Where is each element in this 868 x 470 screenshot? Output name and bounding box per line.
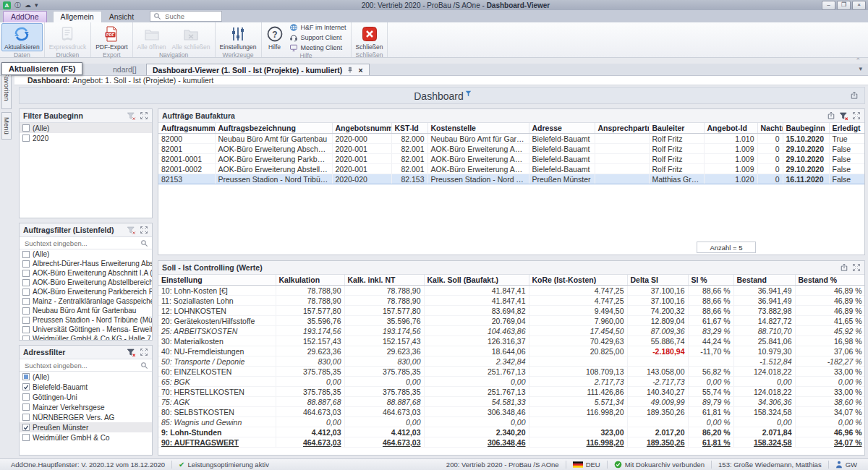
clear-filter-icon[interactable] (127, 226, 136, 235)
table-row[interactable]: 10: Lohn-Kosten [€]78.788,9078.788,9041.… (158, 286, 865, 296)
close-window-button[interactable]: × (852, 1, 866, 10)
column-header-delta_si[interactable]: Delta SI (627, 275, 688, 286)
filter-list-item[interactable]: Preussen Stadion - Nord Tribüne (Münster… (20, 315, 152, 325)
column-header-nachtr[interactable]: Nachtr... (757, 123, 783, 134)
ribbon-search-input[interactable] (163, 12, 218, 21)
checkbox-unchecked[interactable] (22, 260, 30, 268)
checkbox-unchecked[interactable] (22, 434, 30, 441)
aktualisieren-button[interactable]: Aktualisieren (1, 23, 43, 51)
filter-list-item[interactable]: (Alle) (20, 123, 152, 133)
filter-list-item[interactable]: Bielefeld-Bauamt (20, 382, 152, 392)
ribbon-search[interactable] (150, 11, 222, 22)
table-row[interactable]: 82001-0001AOK-Büro Erweiterung Parkberei… (158, 154, 865, 164)
export-icon[interactable] (840, 263, 848, 272)
filter-list-item[interactable]: NÜRNBERGER Vers. AG (20, 412, 152, 422)
filter-list-item[interactable]: Universität Göttingen - Mensa- Erweiteru… (20, 325, 152, 334)
ribbon-tab-addone[interactable]: AddOne (3, 11, 47, 22)
column-header-kalk_soll[interactable]: Kalk. Soll (Baufakt.) (424, 275, 529, 286)
expand-icon[interactable] (852, 263, 861, 272)
table-row[interactable]: 82000Neubau Büro Amt für Gartenbau2020-0… (158, 134, 865, 144)
table-row[interactable]: 82001AOK-Büro Erweiterung Abschnitt I.A … (158, 144, 865, 154)
table-row[interactable]: 11: Soziallasten Lohn78.788,9078.788,904… (158, 296, 865, 306)
auftragsfilter-search-input[interactable] (23, 239, 138, 248)
ribbon-tab-ansicht[interactable]: Ansicht (102, 12, 141, 22)
filter-funnel-icon[interactable] (465, 90, 472, 97)
checkbox-unchecked[interactable] (22, 393, 30, 401)
column-header-bestand_pct[interactable]: Bestand % (795, 275, 865, 286)
expand-icon[interactable] (140, 348, 148, 356)
checkbox-unchecked[interactable] (22, 336, 30, 341)
schliessen-button[interactable]: Schließen (353, 23, 386, 51)
column-header-kalkulation[interactable]: Kalkulation (276, 275, 344, 286)
checkbox-unchecked[interactable] (22, 414, 30, 421)
filter-list-item[interactable]: Weidmüller GmbH & Co KG - Halle 7 (20, 334, 152, 341)
table-row[interactable]: 90: AUFTRAGSWERT464.673,03464.673,03306.… (158, 437, 865, 448)
column-header-baubeginn[interactable]: Baubeginn (783, 123, 829, 134)
filter-list-item[interactable]: Albrecht-Dürer-Haus Erweiterung Abschnit… (20, 259, 152, 268)
column-header-bestand[interactable]: Bestand (733, 275, 795, 286)
column-header-si_pct[interactable]: SI % (688, 275, 733, 286)
ribbon-tab-allgemein[interactable]: Allgemein (53, 11, 102, 22)
filter-list-item[interactable]: AOK-Büro Erweiterung Abstellbereich (E-B… (20, 278, 152, 287)
column-header-kore[interactable]: KoRe (Ist-Kosten) (529, 275, 627, 286)
restore-button[interactable]: ❐ (837, 1, 851, 10)
filter-list-item[interactable]: AOK-Büro Erweiterung Abschnitt I.A (Biel… (20, 268, 152, 278)
export-icon[interactable] (850, 91, 859, 100)
filter-list-item[interactable]: Preußen Münster (20, 422, 152, 432)
background-tab-fragment[interactable]: ndard[] (113, 65, 137, 74)
clear-filter-icon[interactable] (127, 111, 136, 121)
table-row[interactable]: 85: Wagnis und Gewinn0,000,000,000,00 %0… (158, 417, 865, 427)
table-row[interactable]: 60: EINZELKOSTEN375.785,35375.785,35251.… (158, 367, 865, 377)
checkbox-unchecked[interactable] (22, 124, 30, 132)
column-header-angebot_id[interactable]: Angebot-Id (704, 123, 757, 134)
filter-list-item[interactable]: Neubau Büro Amt für Gartenbau (20, 306, 152, 315)
table-row[interactable]: 20: Gerätekosten/Hilfsstoffe35.596,7635.… (158, 316, 865, 326)
sidebar-tab-menue[interactable]: Menü (1, 112, 12, 140)
column-header-kalk_inkl_nt[interactable]: Kalk. inkl. NT (344, 275, 424, 286)
table-row[interactable]: 50: Transporte / Deponie830,00830,002.34… (158, 356, 865, 367)
checkbox-unchecked[interactable] (22, 317, 30, 324)
checkbox-unchecked[interactable] (22, 403, 30, 411)
column-header-erledigt[interactable]: Erledigt (829, 123, 865, 134)
filter-list-item[interactable]: (Alle) (20, 249, 152, 259)
export-icon[interactable] (827, 111, 835, 120)
filter-list-item[interactable]: Göttingen-Uni (20, 392, 152, 402)
table-row[interactable]: 30: Materialkosten152.157,43152.157,4312… (158, 336, 865, 346)
column-header-bauleiter[interactable]: Bauleiter (649, 123, 704, 134)
help-icon[interactable]: ⓘ (14, 1, 21, 9)
column-header-kostenstelle[interactable]: Kostenstelle (427, 123, 529, 134)
hilfe-button[interactable]: ? Hilfe (263, 23, 286, 52)
expand-icon[interactable] (852, 111, 861, 120)
table-row[interactable]: 75: AGK88.887,6888.887,6854.581,335.571,… (158, 397, 865, 407)
tab-dashboard-viewer[interactable]: Dashboard-Viewer (1. Soll - Ist (Projekt… (146, 64, 370, 75)
checkbox-checked[interactable] (22, 383, 30, 390)
checkbox-unchecked[interactable] (22, 307, 30, 315)
hf-im-internet-link[interactable]: H&F im Internet (289, 23, 346, 32)
table-row[interactable]: 40: NU-Fremdleistungen29.623,3629.623,36… (158, 346, 865, 356)
checkbox-unchecked[interactable] (22, 289, 30, 296)
column-header-einstellung[interactable]: Einstellung (158, 275, 276, 286)
checkbox-unchecked[interactable] (22, 326, 30, 333)
close-tab-icon[interactable]: × (358, 66, 362, 74)
column-header-kst[interactable]: KST-Id (391, 123, 427, 134)
checkbox-unchecked[interactable] (22, 134, 30, 142)
column-header-angebotsnr[interactable]: Angebotsnummer (332, 123, 391, 134)
checkbox-unchecked[interactable] (22, 270, 30, 277)
table-row[interactable]: 70: HERSTELLKOSTEN375.785,35375.785,3525… (158, 387, 865, 397)
filter-list-item[interactable]: (Alle) (20, 372, 152, 382)
expand-icon[interactable] (140, 111, 148, 120)
expand-icon[interactable] (140, 226, 148, 234)
checkbox-checked[interactable] (22, 424, 30, 431)
checkbox-unchecked[interactable] (22, 279, 30, 286)
pdf-export-button[interactable]: PDF PDF-Export (93, 23, 130, 51)
table-row[interactable]: 25: ARBEITSKOSTEN193.174,56193.174,56104… (158, 326, 865, 336)
column-header-nr[interactable]: Auftragsnummer (158, 123, 215, 134)
table-row[interactable]: 65: BGK0,000,000,002.717,73-2.717,730,00… (158, 377, 865, 387)
support-client-link[interactable]: Support Client (289, 33, 346, 42)
headset-icon[interactable]: ☁ (25, 1, 31, 9)
column-header-bez[interactable]: Auftragsbezeichnung (215, 123, 332, 134)
tab-list-dropdown-icon[interactable]: ▾ (859, 65, 862, 72)
filter-list-item[interactable]: AOK-Büro Erweiterung Parkbereich PKW (20, 287, 152, 296)
ribbon-collapse-icon[interactable]: ⌃ (855, 58, 861, 64)
pin-icon[interactable] (346, 67, 354, 74)
